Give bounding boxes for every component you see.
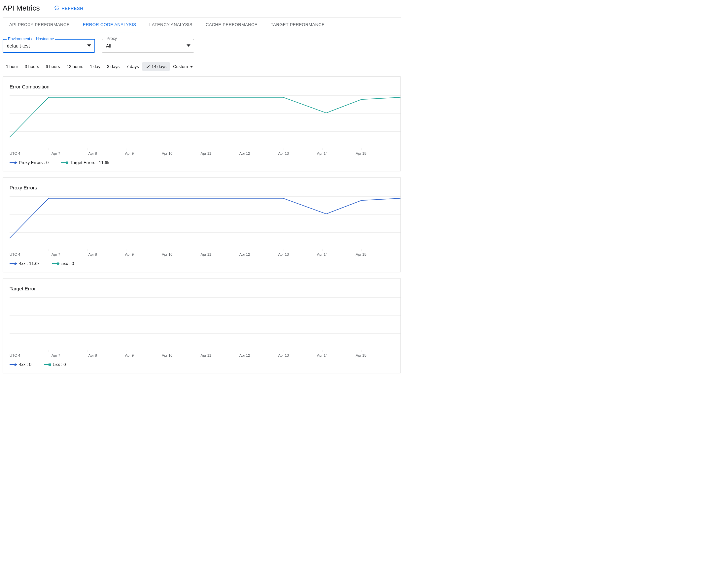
range-custom-label: Custom <box>173 64 188 69</box>
chart-area[interactable] <box>9 94 401 150</box>
x-tick-label: Apr 7 <box>52 353 60 357</box>
x-axis-tz: UTC-4 <box>9 151 23 155</box>
legend-marker-icon <box>44 363 51 366</box>
legend-marker-icon <box>9 161 17 164</box>
chart-card: Target Error UTC-4Apr 7Apr 8Apr 9Apr 10A… <box>3 278 401 373</box>
x-tick-label: Apr 7 <box>52 252 60 256</box>
x-tick-label: Apr 8 <box>88 353 97 357</box>
tab-cache-performance[interactable]: CACHE PERFORMANCE <box>199 18 264 32</box>
proxy-select-label: Proxy <box>105 36 118 41</box>
x-axis-labels: UTC-4Apr 7Apr 8Apr 9Apr 10Apr 11Apr 12Ap… <box>9 353 401 357</box>
x-tick-label: Apr 12 <box>239 353 250 357</box>
caret-down-icon <box>186 43 190 48</box>
range-1-day[interactable]: 1 day <box>86 62 104 71</box>
legend-marker-icon <box>61 161 68 164</box>
legend-marker-icon <box>52 262 59 265</box>
x-tick-label: Apr 12 <box>239 151 250 155</box>
check-icon <box>146 64 150 69</box>
time-range: 1 hour 3 hours 6 hours 12 hours 1 day 3 … <box>3 56 401 76</box>
legend-item[interactable]: 5xx : 0 <box>44 362 66 367</box>
tab-latency-analysis[interactable]: LATENCY ANALYSIS <box>143 18 199 32</box>
legend-label: 5xx : 0 <box>53 362 66 367</box>
environment-select-label: Environment or Hostname <box>6 37 55 41</box>
x-tick-label: Apr 10 <box>162 151 172 155</box>
x-axis-labels: UTC-4Apr 7Apr 8Apr 9Apr 10Apr 11Apr 12Ap… <box>9 252 401 256</box>
legend-marker-icon <box>9 363 17 366</box>
range-7-days[interactable]: 7 days <box>123 62 142 71</box>
legend-item[interactable]: Proxy Errors : 0 <box>9 160 48 165</box>
x-tick-label: Apr 13 <box>278 252 288 256</box>
page-title: API Metrics <box>3 4 40 13</box>
tab-error-code-analysis[interactable]: ERROR CODE ANALYSIS <box>76 18 143 32</box>
x-tick-label: Apr 9 <box>125 353 134 357</box>
legend-item[interactable]: Target Errors : 11.6k <box>61 160 109 165</box>
chart-title: Target Error <box>9 286 401 291</box>
proxy-select[interactable]: Proxy All <box>102 39 194 53</box>
environment-select[interactable]: Environment or Hostname default-test <box>3 39 95 53</box>
x-axis-labels: UTC-4Apr 7Apr 8Apr 9Apr 10Apr 11Apr 12Ap… <box>9 151 401 155</box>
refresh-icon <box>54 5 59 12</box>
caret-down-icon <box>190 66 193 68</box>
chart-title: Proxy Errors <box>9 185 401 190</box>
x-tick-label: Apr 9 <box>125 252 134 256</box>
legend-item[interactable]: 5xx : 0 <box>52 261 74 266</box>
x-tick-label: Apr 14 <box>317 353 327 357</box>
range-custom[interactable]: Custom <box>170 62 197 71</box>
caret-down-icon <box>87 43 91 48</box>
chart-legend: Proxy Errors : 0Target Errors : 11.6k <box>9 160 401 165</box>
legend-label: 4xx : 0 <box>19 362 32 367</box>
chart-card: Error Composition UTC-4Apr 7Apr 8Apr 9Ap… <box>3 76 401 171</box>
range-3-hours[interactable]: 3 hours <box>21 62 42 71</box>
x-tick-label: Apr 11 <box>201 252 211 256</box>
refresh-button[interactable]: REFRESH <box>54 5 83 12</box>
x-tick-label: Apr 11 <box>201 353 211 357</box>
tab-api-proxy-performance[interactable]: API PROXY PERFORMANCE <box>3 18 76 32</box>
legend-label: 4xx : 11.6k <box>19 261 40 266</box>
x-tick-label: Apr 8 <box>88 151 97 155</box>
x-tick-label: Apr 13 <box>278 151 288 155</box>
x-tick-label: Apr 14 <box>317 252 327 256</box>
chart-title: Error Composition <box>9 84 401 89</box>
x-tick-label: Apr 13 <box>278 353 288 357</box>
range-1-hour[interactable]: 1 hour <box>3 62 21 71</box>
x-tick-label: Apr 12 <box>239 252 250 256</box>
range-3-days[interactable]: 3 days <box>104 62 123 71</box>
tab-target-performance[interactable]: TARGET PERFORMANCE <box>264 18 331 32</box>
legend-label: Target Errors : 11.6k <box>70 160 109 165</box>
legend-marker-icon <box>9 262 17 265</box>
chart-area[interactable] <box>9 296 401 352</box>
range-6-hours[interactable]: 6 hours <box>42 62 63 71</box>
x-tick-label: Apr 8 <box>88 252 97 256</box>
x-tick-label: Apr 9 <box>125 151 134 155</box>
proxy-select-value: All <box>106 43 111 48</box>
x-tick-label: Apr 11 <box>201 151 211 155</box>
x-tick-label: Apr 15 <box>356 151 366 155</box>
x-axis-tz: UTC-4 <box>9 252 23 256</box>
chart-legend: 4xx : 05xx : 0 <box>9 362 401 367</box>
x-tick-label: Apr 7 <box>52 151 60 155</box>
environment-select-value: default-test <box>7 43 30 48</box>
range-14-days-label: 14 days <box>152 64 167 69</box>
x-tick-label: Apr 10 <box>162 353 172 357</box>
refresh-label: REFRESH <box>61 6 83 11</box>
x-tick-label: Apr 15 <box>356 252 366 256</box>
chart-card: Proxy Errors UTC-4Apr 7Apr 8Apr 9Apr 10A… <box>3 177 401 272</box>
chart-legend: 4xx : 11.6k5xx : 0 <box>9 261 401 266</box>
tabs: API PROXY PERFORMANCE ERROR CODE ANALYSI… <box>3 17 401 32</box>
chart-area[interactable] <box>9 195 401 251</box>
range-14-days[interactable]: 14 days <box>142 62 170 71</box>
legend-label: 5xx : 0 <box>61 261 74 266</box>
legend-item[interactable]: 4xx : 11.6k <box>9 261 40 266</box>
x-tick-label: Apr 15 <box>356 353 366 357</box>
legend-item[interactable]: 4xx : 0 <box>9 362 32 367</box>
range-12-hours[interactable]: 12 hours <box>63 62 87 71</box>
x-axis-tz: UTC-4 <box>9 353 23 357</box>
x-tick-label: Apr 14 <box>317 151 327 155</box>
legend-label: Proxy Errors : 0 <box>19 160 48 165</box>
x-tick-label: Apr 10 <box>162 252 172 256</box>
